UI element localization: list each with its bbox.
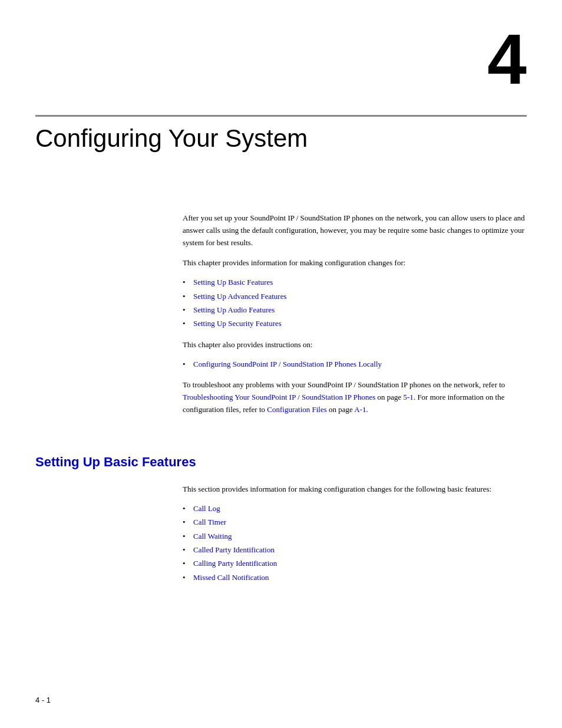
configuring-locally-link[interactable]: Configuring SoundPoint IP / SoundStation… [193, 360, 382, 368]
chapter-number: 4 [487, 24, 527, 94]
missed-call-notification-link[interactable]: Missed Call Notification [193, 573, 269, 582]
troubleshoot-link-2[interactable]: Configuration Files [267, 405, 326, 414]
troubleshoot-text-5: . [366, 405, 368, 414]
called-party-id-link[interactable]: Called Party Identification [193, 545, 275, 554]
setting-up-advanced-link[interactable]: Setting Up Advanced Features [193, 292, 287, 301]
troubleshoot-paragraph: To troubleshoot any problems with your S… [183, 379, 527, 416]
list-item: Calling Party Identification [183, 556, 527, 570]
list-item: Setting Up Security Features [183, 317, 527, 330]
also-info-text: This chapter also provides instructions … [183, 339, 527, 351]
list-item: Called Party Identification [183, 543, 527, 556]
chapter-title: Configuring Your System [35, 124, 527, 153]
troubleshoot-page-2[interactable]: A-1 [354, 405, 366, 414]
also-links-list: Configuring SoundPoint IP / SoundStation… [183, 357, 527, 371]
list-item: Configuring SoundPoint IP / SoundStation… [183, 357, 527, 371]
chapter-info-text: This chapter provides information for ma… [183, 257, 527, 269]
page-number: 4 - 1 [35, 696, 51, 704]
section-links-list: Call Log Call Timer Call Waiting Called … [183, 502, 527, 584]
call-timer-link[interactable]: Call Timer [193, 518, 226, 526]
setting-up-basic-link[interactable]: Setting Up Basic Features [193, 278, 273, 286]
page-container: 4 Configuring Your System After you set … [0, 0, 562, 728]
section-content: This section provides information for ma… [183, 483, 527, 592]
troubleshoot-page-1[interactable]: 5-1 [404, 393, 414, 401]
section-heading: Setting Up Basic Features [35, 454, 527, 471]
chapter-rule [35, 115, 527, 117]
calling-party-id-link[interactable]: Calling Party Identification [193, 559, 277, 568]
chapter-links-list: Setting Up Basic Features Setting Up Adv… [183, 275, 527, 331]
troubleshoot-link-1[interactable]: Troubleshooting Your SoundPoint IP / Sou… [183, 393, 375, 401]
intro-paragraph: After you set up your SoundPoint IP / So… [183, 212, 527, 249]
list-item: Setting Up Audio Features [183, 303, 527, 317]
setting-up-audio-link[interactable]: Setting Up Audio Features [193, 305, 275, 314]
troubleshoot-text-4: on page [327, 405, 355, 414]
troubleshoot-text-1: To troubleshoot any problems with your S… [183, 380, 505, 389]
section-intro-text: This section provides information for ma… [183, 483, 527, 496]
setting-up-security-link[interactable]: Setting Up Security Features [193, 319, 282, 328]
call-log-link[interactable]: Call Log [193, 504, 220, 513]
troubleshoot-text-2: on page [375, 393, 403, 401]
list-item: Setting Up Basic Features [183, 275, 527, 289]
list-item: Call Timer [183, 515, 527, 529]
call-waiting-link[interactable]: Call Waiting [193, 532, 232, 541]
list-item: Call Log [183, 502, 527, 515]
list-item: Missed Call Notification [183, 571, 527, 584]
list-item: Setting Up Advanced Features [183, 289, 527, 303]
main-content: After you set up your SoundPoint IP / So… [183, 212, 527, 424]
list-item: Call Waiting [183, 529, 527, 543]
